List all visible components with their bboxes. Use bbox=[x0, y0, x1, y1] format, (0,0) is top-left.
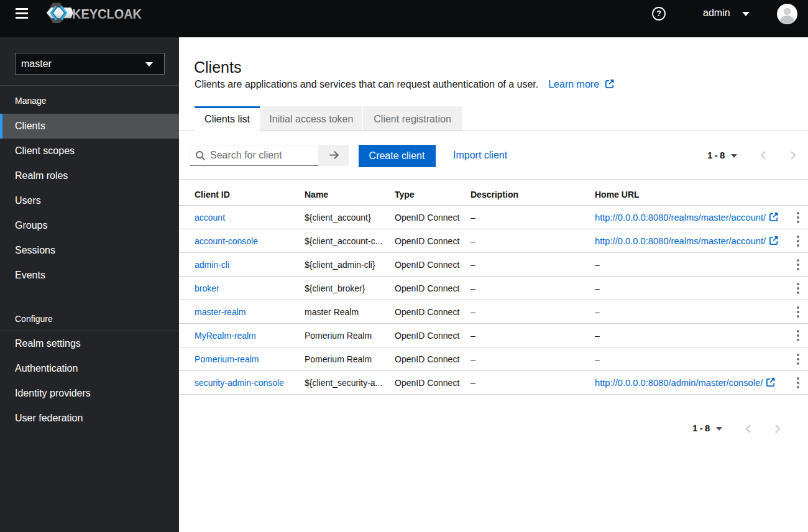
svg-text:?: ? bbox=[656, 9, 661, 18]
svg-text:KEYCLOAK: KEYCLOAK bbox=[72, 6, 142, 22]
